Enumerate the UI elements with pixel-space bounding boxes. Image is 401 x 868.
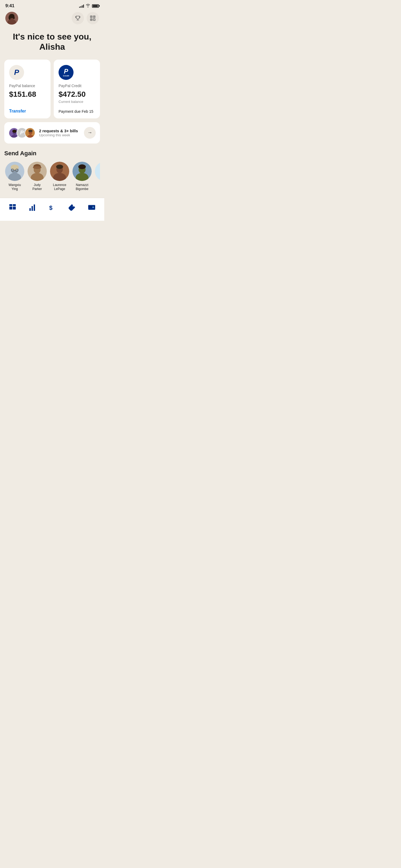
paypal-logo-circle: P — [9, 65, 24, 80]
status-time: 9:41 — [5, 3, 14, 8]
contacts-row: WangxiuYing JudyParker — [4, 162, 100, 193]
contact-wangxiu[interactable]: WangxiuYing — [4, 162, 25, 191]
paypal-credit-title: PayPal Credit — [59, 84, 95, 88]
svg-rect-54 — [9, 204, 12, 206]
contact-name-judy: JudyParker — [32, 183, 42, 191]
svg-point-5 — [13, 16, 15, 19]
svg-rect-52 — [9, 207, 12, 210]
qr-scan-button[interactable] — [87, 12, 99, 24]
greeting-text: It's nice to see you, Alisha — [8, 32, 96, 52]
search-contact-circle — [95, 162, 100, 181]
cards-row: P PayPal balance $151.68 Transfer P Cred… — [0, 60, 104, 118]
nav-send[interactable]: $ — [45, 202, 59, 214]
paypal-credit-card[interactable]: P Credit PayPal Credit $472.50 Current b… — [54, 60, 100, 118]
send-again-title: Send Again — [4, 150, 100, 157]
nav-activity[interactable] — [25, 202, 39, 214]
contact-avatar-judy — [28, 162, 47, 181]
activity-icon — [28, 204, 36, 213]
contact-namazzi[interactable]: NamazziBigombe — [72, 162, 92, 191]
greeting-line1: It's nice to see you, — [13, 32, 91, 41]
contact-name-laurence: LaurenceLePage — [53, 183, 66, 191]
upcoming-banner[interactable]: P 2 requests & 3+ bills Upcoming this we… — [4, 122, 100, 144]
svg-point-29 — [28, 130, 33, 132]
svg-rect-57 — [32, 206, 33, 211]
paypal-credit-due: Payment due Feb 15 — [59, 108, 95, 114]
paypal-credit-logo-circle: P Credit — [59, 65, 73, 80]
trophy-button[interactable] — [72, 12, 84, 24]
user-avatar[interactable] — [5, 12, 18, 25]
paypal-credit-sub: Current balance — [59, 100, 95, 104]
svg-rect-11 — [94, 16, 95, 17]
svg-rect-56 — [29, 208, 31, 211]
greeting-section: It's nice to see you, Alisha — [0, 29, 104, 60]
upcoming-avatar-2 — [25, 127, 35, 138]
battery-icon — [92, 4, 99, 8]
bottom-nav: $ — [0, 198, 104, 221]
svg-point-4 — [8, 16, 11, 20]
contact-avatar-namazzi — [72, 162, 92, 181]
svg-text:$: $ — [49, 205, 52, 211]
top-nav — [0, 10, 104, 29]
upcoming-arrow-button[interactable]: → — [84, 127, 96, 139]
tag-icon — [68, 204, 76, 213]
contact-name-wangxiu: WangxiuYing — [8, 183, 21, 191]
paypal-balance-card[interactable]: P PayPal balance $151.68 Transfer — [4, 60, 51, 118]
svg-rect-9 — [91, 16, 92, 17]
svg-rect-58 — [34, 205, 35, 211]
upcoming-avatars: P — [8, 127, 35, 138]
upcoming-text: 2 requests & 3+ bills Upcoming this week — [39, 128, 80, 137]
contact-judy[interactable]: JudyParker — [27, 162, 48, 191]
send-icon: $ — [48, 204, 56, 213]
signal-icon — [79, 4, 84, 8]
svg-point-45 — [56, 165, 63, 169]
transfer-button[interactable]: Transfer — [9, 106, 46, 114]
paypal-credit-amount: $472.50 — [59, 90, 95, 99]
upcoming-subtitle: Upcoming this week — [39, 133, 80, 137]
svg-rect-63 — [92, 207, 94, 208]
status-icons — [79, 4, 99, 8]
paypal-p-icon: P — [14, 68, 19, 77]
nav-right-icons — [72, 12, 99, 24]
nav-tag[interactable] — [65, 202, 79, 214]
contact-avatar-laurence — [50, 162, 69, 181]
send-again-section: Send Again WangxiuYing — [0, 144, 104, 198]
svg-rect-64 — [88, 205, 95, 206]
credit-label: Credit — [63, 74, 69, 77]
svg-point-25 — [12, 130, 17, 133]
nav-wallet[interactable] — [85, 202, 99, 214]
svg-rect-13 — [91, 19, 92, 20]
contact-avatar-wangxiu — [5, 162, 24, 181]
greeting-name: Alisha — [39, 42, 65, 52]
contact-search[interactable]: Sear — [94, 162, 100, 191]
wallet-icon — [88, 204, 96, 213]
upcoming-title: 2 requests & 3+ bills — [39, 128, 80, 133]
contact-laurence[interactable]: LaurenceLePage — [49, 162, 70, 191]
contact-name-namazzi: NamazziBigombe — [76, 183, 88, 191]
svg-point-60 — [73, 206, 74, 207]
paypal-balance-amount: $151.68 — [9, 90, 46, 99]
svg-rect-53 — [13, 207, 16, 210]
paypal-balance-title: PayPal balance — [9, 84, 46, 88]
nav-home[interactable] — [5, 202, 20, 214]
home-icon — [8, 204, 17, 213]
paypal-credit-p-icon: P — [64, 68, 68, 75]
wifi-icon — [86, 4, 90, 8]
svg-point-41 — [33, 166, 41, 169]
svg-rect-62 — [88, 206, 95, 207]
svg-point-49 — [78, 164, 86, 169]
svg-rect-55 — [13, 204, 16, 206]
status-bar: 9:41 — [0, 0, 104, 10]
